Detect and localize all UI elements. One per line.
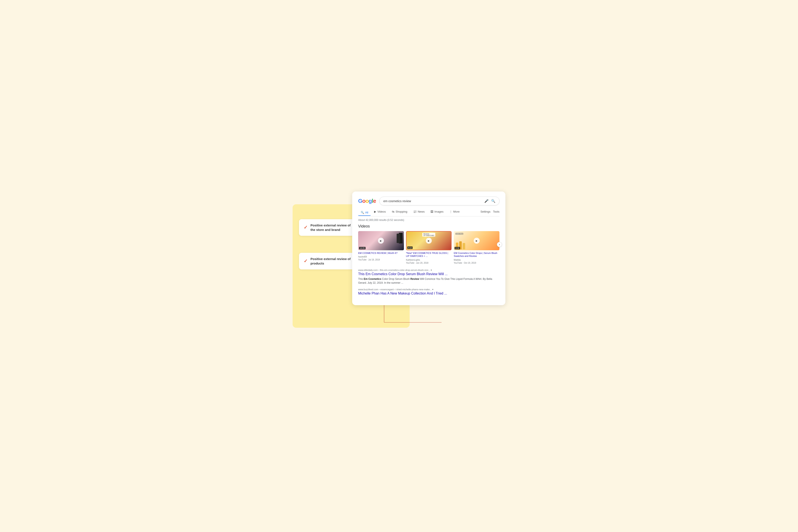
tab-images-label: Images (434, 210, 443, 213)
tab-videos-label: Videos (377, 210, 386, 213)
video-card-1[interactable]: ▶ 14:25 EM COSMETICS REVIEW | Worth It? … (358, 231, 404, 265)
result-snippet-1: This Em Cosmetics Color Drop Serum Blush… (358, 277, 499, 285)
search-icons: 🎤 🔍 (484, 199, 495, 203)
play-icon-3: ▶ (474, 238, 480, 244)
google-card: Google em cosmetics review 🎤 🔍 🔍 All ▶ V… (352, 191, 506, 305)
video-meta-2: KathleenLights YouTube · Jun 20, 2018 (406, 259, 452, 265)
play-icon-2: ▶ (426, 238, 432, 244)
video-title-2: *New* EM COSMETICS TRUE GLOSS | LIP SWAT… (406, 251, 452, 258)
video-platform-3: YouTube (454, 262, 462, 264)
video-thumb-1: ▶ 14:25 (358, 231, 404, 250)
google-logo: Google (358, 198, 376, 204)
mic-icon[interactable]: 🎤 (484, 199, 489, 203)
tab-videos[interactable]: ▶ Videos (372, 209, 388, 214)
labels-container: ✓ Positive external review of the store … (299, 219, 361, 269)
label-card-brand: ✓ Positive external review of the store … (299, 219, 361, 236)
video-duration-1: 14:25 (359, 247, 366, 249)
tab-more-label: More (453, 210, 460, 213)
logo-o1: o (362, 198, 365, 204)
logo-e: e (373, 198, 376, 204)
video-duration-2: 9:12 (407, 246, 413, 249)
video-date-2: Jun 20, 2018 (416, 262, 429, 264)
tab-all-icon: 🔍 (361, 211, 364, 214)
tab-news-icon: 📰 (413, 210, 417, 213)
checkmark-brand: ✓ (304, 225, 307, 230)
result-title-2[interactable]: Michelle Phan Has A New Makeup Collectio… (358, 291, 499, 296)
label-card-products: ✓ Positive external review of products (299, 253, 361, 269)
videos-row: ▶ 14:25 EM COSMETICS REVIEW | Worth It? … (358, 231, 499, 265)
search-icon[interactable]: 🔍 (491, 199, 495, 203)
video-date-3: Oct 19, 2019 (464, 262, 476, 264)
search-query: em cosmetics review (383, 200, 411, 203)
scene: ✓ Positive external review of the store … (292, 191, 506, 341)
tab-shopping-icon: 🛍 (392, 210, 395, 213)
search-area: Google em cosmetics review 🎤 🔍 (358, 197, 499, 205)
video-thumb-2: REVIEWLIP SWATCHES ▶ 9:12 (406, 231, 452, 250)
video-date-1: Jul 19, 2019 (368, 259, 380, 261)
result-url-1: www.elitedaily.com › this-em-cosmetics-c… (358, 269, 499, 271)
tab-all[interactable]: 🔍 All (358, 210, 371, 216)
result-url-2: www.buzzfeed.com › essencegant › i-tried… (358, 288, 499, 291)
organic-result-2: www.buzzfeed.com › essencegant › i-tried… (358, 288, 499, 296)
result-url-text-2: www.buzzfeed.com › essencegant › i-tried… (358, 288, 434, 291)
results-count: About 42,000,000 results (0.52 seconds) (358, 218, 499, 222)
videos-section-title: Videos (358, 224, 499, 229)
video-meta-1: hauted0ll YouTube · Jul 19, 2019 (358, 255, 404, 261)
video-duration-3: 3:34 (455, 247, 460, 249)
logo-g1: G (358, 198, 362, 204)
label-text-brand: Positive external review of the store an… (310, 223, 356, 232)
tools-link[interactable]: Tools (493, 210, 499, 213)
video-title-3: EM Cosmetics Color Drops | Serum Blush S… (454, 251, 499, 258)
nav-tabs: 🔍 All ▶ Videos 🛍 Shopping 📰 News 🖼 Image… (358, 209, 499, 216)
search-bar[interactable]: em cosmetics review 🎤 🔍 (379, 197, 499, 205)
video-channel-1: hauted0ll (358, 255, 367, 258)
tab-more-icon: ⋮ (450, 210, 452, 213)
tab-more[interactable]: ⋮ More (447, 209, 462, 214)
tab-shopping[interactable]: 🛍 Shopping (389, 209, 410, 214)
video-card-3[interactable]: color drop ▶ 3:34 EM Cosmetics Color Dro… (454, 231, 499, 265)
nav-settings: Settings Tools (480, 210, 499, 213)
play-icon-1: ▶ (378, 238, 384, 244)
video-thumb-3: color drop ▶ 3:34 (454, 231, 499, 250)
label-text-products: Positive external review of products (310, 256, 356, 266)
tab-shopping-label: Shopping (396, 210, 407, 213)
videos-next-button[interactable]: › (497, 242, 502, 247)
tab-all-label: All (365, 211, 368, 214)
tab-news[interactable]: 📰 News (411, 209, 427, 214)
settings-link[interactable]: Settings (480, 210, 491, 213)
video-meta-3: Matilda YouTube · Oct 19, 2019 (454, 259, 499, 265)
video-channel-3: Matilda (454, 259, 460, 261)
video-platform-2: YouTube (406, 262, 414, 264)
checkmark-products: ✓ (304, 258, 307, 264)
tab-videos-icon: ▶ (374, 210, 376, 213)
organic-result-1: www.elitedaily.com › this-em-cosmetics-c… (358, 269, 499, 285)
logo-o2: o (365, 198, 368, 204)
result-title-1[interactable]: This Em Cosmetics Color Drop Serum Blush… (358, 272, 499, 277)
tab-news-label: News (418, 210, 425, 213)
logo-g2: g (368, 198, 372, 204)
result-url-text-1: www.elitedaily.com › this-em-cosmetics-c… (358, 269, 432, 271)
video-title-1: EM COSMETICS REVIEW | Worth It? (358, 251, 404, 254)
video-channel-2: KathleenLights (406, 259, 420, 261)
tab-images-icon: 🖼 (431, 210, 433, 213)
tab-images[interactable]: 🖼 Images (428, 209, 446, 214)
video-platform-1: YouTube (358, 259, 366, 261)
video-card-2[interactable]: REVIEWLIP SWATCHES ▶ 9:12 *New* EM COSME… (406, 231, 452, 265)
